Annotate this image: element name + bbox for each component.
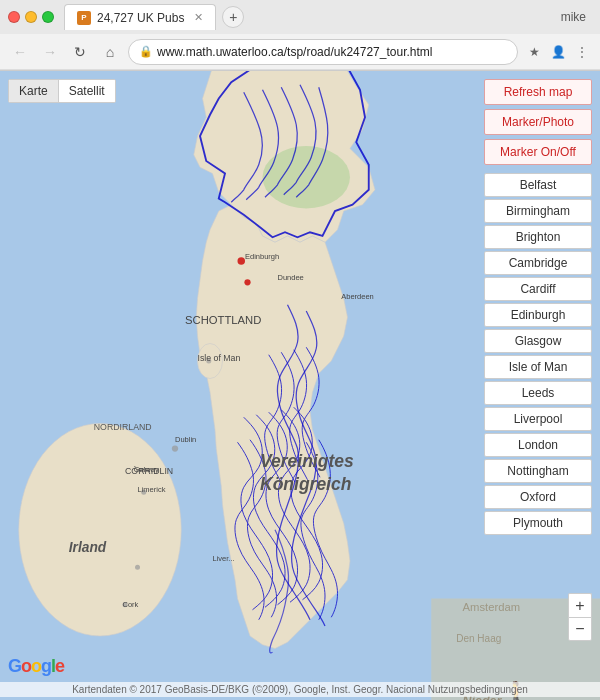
tab-title: 24,727 UK Pubs	[97, 11, 184, 25]
user-icon[interactable]: 👤	[548, 42, 568, 62]
tab-bar: P 24,727 UK Pubs ✕ +	[64, 4, 561, 30]
forward-button[interactable]: →	[38, 40, 62, 64]
city-button-birmingham[interactable]: Birmingham	[484, 199, 592, 223]
svg-text:Liver...: Liver...	[213, 554, 235, 563]
reload-button[interactable]: ↻	[68, 40, 92, 64]
city-button-cardiff[interactable]: Cardiff	[484, 277, 592, 301]
new-tab-button[interactable]: +	[222, 6, 244, 28]
lock-icon: 🔒	[139, 45, 153, 58]
zoom-in-button[interactable]: +	[568, 593, 592, 617]
svg-point-11	[238, 257, 246, 265]
svg-point-15	[135, 565, 140, 570]
svg-text:NORDIRLAND: NORDIRLAND	[94, 422, 152, 432]
svg-text:Edinburgh: Edinburgh	[245, 252, 279, 261]
map-type-buttons: Karte Satellit	[8, 79, 116, 103]
svg-text:Isle of Man: Isle of Man	[198, 353, 241, 363]
active-tab[interactable]: P 24,727 UK Pubs ✕	[64, 4, 216, 30]
url-text: www.math.uwaterloo.ca/tsp/road/uk24727_t…	[157, 45, 507, 59]
svg-text:Vereinigtes: Vereinigtes	[260, 451, 354, 471]
svg-point-1	[19, 424, 182, 637]
city-button-isle-of-man[interactable]: Isle of Man	[484, 355, 592, 379]
minimize-button[interactable]	[25, 11, 37, 23]
svg-text:Irland: Irland	[69, 540, 107, 555]
city-button-glasgow[interactable]: Glasgow	[484, 329, 592, 353]
city-button-cambridge[interactable]: Cambridge	[484, 251, 592, 275]
city-button-oxford[interactable]: Oxford	[484, 485, 592, 509]
user-label: mike	[561, 10, 592, 24]
browser-chrome: P 24,727 UK Pubs ✕ + mike ← → ↻ ⌂ 🔒 www.…	[0, 0, 600, 71]
svg-text:Dublin: Dublin	[175, 435, 196, 444]
map-karte-button[interactable]: Karte	[9, 80, 58, 102]
city-button-nottingham[interactable]: Nottingham	[484, 459, 592, 483]
svg-point-13	[172, 445, 178, 451]
window-buttons	[8, 11, 54, 23]
city-button-plymouth[interactable]: Plymouth	[484, 511, 592, 535]
nav-bar: ← → ↻ ⌂ 🔒 www.math.uwaterloo.ca/tsp/road…	[0, 34, 600, 70]
svg-text:Cork: Cork	[123, 600, 139, 609]
map-satellit-button[interactable]: Satellit	[58, 80, 115, 102]
svg-text:Dundee: Dundee	[278, 273, 304, 282]
marker-photo-button[interactable]: Marker/Photo	[484, 109, 592, 135]
close-button[interactable]	[8, 11, 20, 23]
right-panel: Refresh map Marker/Photo Marker On/Off B…	[484, 79, 592, 535]
home-button[interactable]: ⌂	[98, 40, 122, 64]
address-bar[interactable]: 🔒 www.math.uwaterloo.ca/tsp/road/uk24727…	[128, 39, 518, 65]
google-logo: Google	[8, 656, 64, 677]
svg-text:SCHOTTLAND: SCHOTTLAND	[185, 314, 261, 326]
bookmark-icon[interactable]: ★	[524, 42, 544, 62]
city-button-liverpool[interactable]: Liverpool	[484, 407, 592, 431]
city-list: BelfastBirminghamBrightonCambridgeCardif…	[484, 173, 592, 535]
back-button[interactable]: ←	[8, 40, 32, 64]
tab-close-icon[interactable]: ✕	[194, 11, 203, 24]
map-controls: Karte Satellit	[8, 79, 116, 103]
zoom-controls: + −	[568, 593, 592, 641]
maximize-button[interactable]	[42, 11, 54, 23]
nav-icons-right: ★ 👤 ⋮	[524, 42, 592, 62]
city-button-london[interactable]: London	[484, 433, 592, 457]
city-button-brighton[interactable]: Brighton	[484, 225, 592, 249]
zoom-out-button[interactable]: −	[568, 617, 592, 641]
svg-text:Galway: Galway	[134, 465, 159, 474]
map-footer: Kartendaten © 2017 GeoBasis-DE/BKG (©200…	[0, 682, 600, 697]
city-button-edinburgh[interactable]: Edinburgh	[484, 303, 592, 327]
city-button-leeds[interactable]: Leeds	[484, 381, 592, 405]
tab-favicon: P	[77, 11, 91, 25]
svg-text:Aberdeen: Aberdeen	[341, 292, 374, 301]
svg-text:Limerick: Limerick	[138, 485, 166, 494]
menu-icon[interactable]: ⋮	[572, 42, 592, 62]
svg-text:Königreich: Königreich	[260, 474, 351, 494]
map-container[interactable]: SCHOTTLAND Vereinigtes Königreich Irland…	[0, 71, 600, 700]
refresh-map-button[interactable]: Refresh map	[484, 79, 592, 105]
city-button-belfast[interactable]: Belfast	[484, 173, 592, 197]
svg-point-12	[244, 279, 250, 285]
title-bar: P 24,727 UK Pubs ✕ + mike	[0, 0, 600, 34]
marker-toggle-button[interactable]: Marker On/Off	[484, 139, 592, 165]
